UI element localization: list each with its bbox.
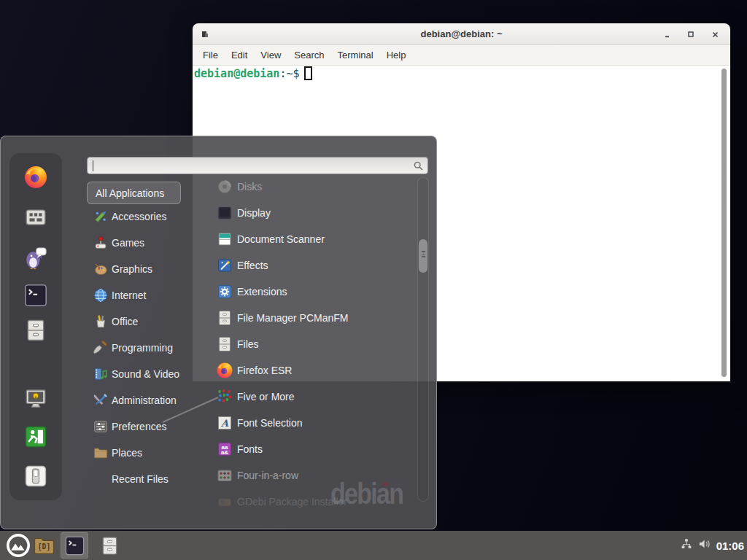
category-places[interactable]: Places: [87, 440, 207, 466]
app-disks[interactable]: Disks: [211, 174, 409, 200]
prompt-suffix: :~$: [279, 67, 299, 80]
app-five-or-more[interactable]: Five or More: [211, 384, 409, 410]
app-label: Effects: [237, 260, 268, 271]
category-label: Games: [112, 237, 144, 249]
category-internet[interactable]: Internet: [87, 282, 207, 308]
programming-icon: [93, 340, 109, 356]
terminal-menu-file[interactable]: File: [196, 50, 225, 61]
app-file-manager-pcmanfm[interactable]: File Manager PCManFM: [211, 305, 409, 331]
volume-icon[interactable]: [697, 537, 712, 554]
app-label: Display: [237, 207, 271, 219]
terminal-menu-search[interactable]: Search: [287, 50, 330, 61]
app-label: Files: [237, 338, 259, 350]
system-tray: 01:06: [680, 531, 747, 560]
terminal-menu-edit[interactable]: Edit: [225, 50, 254, 61]
extensions-icon: [216, 283, 233, 300]
favorite-shutdown[interactable]: [23, 464, 48, 489]
terminal-menu-terminal[interactable]: Terminal: [331, 50, 380, 61]
app-display[interactable]: Display: [211, 200, 409, 226]
file-manager-launcher[interactable]: [D]: [31, 531, 56, 560]
terminal-cursor: [304, 66, 312, 80]
administration-icon: [93, 392, 109, 408]
scanner-icon: [216, 230, 233, 248]
menu-button[interactable]: [5, 531, 31, 560]
network-icon[interactable]: [680, 537, 693, 553]
svg-text:A: A: [220, 418, 229, 429]
terminal-taskbar-button[interactable]: [61, 532, 88, 559]
internet-icon: [93, 287, 109, 303]
terminal-menu-view[interactable]: View: [254, 50, 287, 61]
favorite-logout[interactable]: [23, 424, 48, 449]
clock[interactable]: 01:06: [716, 540, 744, 552]
favorite-software[interactable]: [23, 205, 48, 230]
terminal-scrollbar[interactable]: [721, 69, 727, 377]
close-button[interactable]: [710, 23, 720, 45]
category-label: Preferences: [112, 421, 166, 432]
svg-text:[D]: [D]: [37, 542, 50, 551]
fonts-icon: aaa&: [216, 440, 233, 458]
app-firefox-esr[interactable]: Firefox ESR: [211, 357, 409, 384]
category-sound-video[interactable]: Sound & Video: [87, 361, 207, 387]
maximize-button[interactable]: [686, 23, 696, 45]
desktop: debian@debian: ~ FileEditViewSearchTermi…: [0, 0, 747, 560]
search-input[interactable]: [87, 157, 428, 174]
watermark-dot: [383, 482, 387, 486]
menu-scrollbar-track[interactable]: [417, 177, 429, 502]
app-fonts[interactable]: aaa&Fonts: [211, 436, 409, 462]
category-label: Accessories: [112, 211, 166, 222]
office-icon: [93, 314, 109, 330]
text-caret: [93, 160, 93, 171]
category-graphics[interactable]: Graphics: [87, 256, 207, 282]
terminal-titlebar[interactable]: debian@debian: ~: [193, 23, 730, 45]
window-icon: [201, 30, 208, 38]
favorite-pidgin[interactable]: [23, 245, 48, 270]
filecabinet-icon: [216, 335, 233, 353]
application-list: DisksDisplayDocument ScannerEffectsExten…: [211, 174, 409, 515]
minimize-button[interactable]: [662, 23, 672, 45]
app-effects[interactable]: Effects: [211, 252, 409, 279]
games-icon: [93, 235, 109, 251]
menu-scrollbar-handle[interactable]: [419, 239, 427, 273]
category-preferences[interactable]: Preferences: [87, 413, 207, 440]
terminal-menu-help[interactable]: Help: [380, 50, 413, 61]
category-games[interactable]: Games: [87, 230, 207, 256]
app-label: Disks: [237, 181, 262, 192]
category-programming[interactable]: Programming: [87, 335, 207, 361]
app-label: Four-in-a-row: [237, 470, 298, 481]
favorite-firefox[interactable]: [23, 165, 48, 190]
app-extensions[interactable]: Extensions: [211, 279, 409, 305]
files-launcher[interactable]: [98, 531, 121, 560]
favorites-column: [9, 153, 62, 500]
app-files[interactable]: Files: [211, 331, 409, 357]
soundvideo-icon: [93, 366, 109, 382]
gdebi-icon: [216, 493, 233, 510]
app-label: Font Selection: [237, 417, 303, 429]
favorite-file-manager[interactable]: [23, 318, 48, 343]
app-label: Extensions: [237, 286, 287, 298]
graphics-icon: [93, 261, 109, 277]
category-accessories[interactable]: Accessories: [87, 203, 207, 230]
app-document-scanner[interactable]: Document Scanner: [211, 226, 409, 252]
all-applications-button[interactable]: All Applications: [87, 182, 181, 204]
prompt-user: debian@debian: [194, 67, 279, 80]
fontselection-icon: A: [216, 414, 233, 432]
category-label: Office: [112, 316, 138, 327]
category-recent-files[interactable]: Recent Files: [87, 466, 207, 492]
accessories-icon: [93, 209, 109, 225]
debian-watermark: debian: [330, 478, 403, 510]
category-administration[interactable]: Administration: [87, 387, 207, 413]
terminal-menubar: FileEditViewSearchTerminalHelp: [193, 45, 730, 66]
category-label: Graphics: [112, 263, 152, 275]
effects-icon: [216, 257, 233, 274]
preferences-icon: [93, 419, 109, 435]
window-title: debian@debian: ~: [421, 28, 503, 39]
category-label: Administration: [112, 394, 177, 406]
category-label: Sound & Video: [112, 368, 179, 380]
category-label: Programming: [112, 342, 173, 354]
favorite-lock-screen[interactable]: [23, 386, 48, 411]
category-label: Internet: [112, 289, 146, 301]
application-menu: All Applications AccessoriesGamesGraphic…: [0, 136, 437, 529]
app-font-selection[interactable]: AFont Selection: [211, 410, 409, 436]
favorite-terminal[interactable]: [23, 283, 48, 308]
category-office[interactable]: Office: [87, 308, 207, 335]
